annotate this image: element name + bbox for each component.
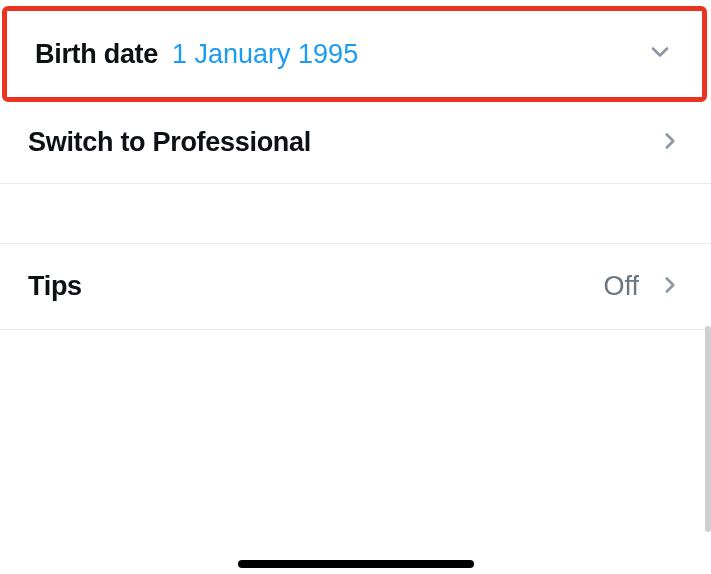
birthdate-highlight-frame: Birth date 1 January 1995 [2, 6, 707, 102]
tips-row[interactable]: Tips Off [0, 244, 711, 330]
chevron-right-icon [657, 128, 683, 158]
chevron-down-icon [646, 38, 674, 70]
birthdate-left: Birth date 1 January 1995 [35, 39, 358, 70]
tips-status: Off [603, 271, 639, 302]
section-spacer [0, 184, 711, 244]
chevron-right-icon [657, 272, 683, 302]
tips-left: Tips [28, 271, 82, 302]
home-indicator [238, 560, 474, 568]
switch-to-professional-row[interactable]: Switch to Professional [0, 102, 711, 184]
professional-left: Switch to Professional [28, 127, 311, 158]
professional-label: Switch to Professional [28, 127, 311, 158]
birthdate-value: 1 January 1995 [172, 39, 358, 70]
birthdate-label: Birth date [35, 39, 158, 70]
birthdate-row[interactable]: Birth date 1 January 1995 [7, 11, 702, 97]
tips-right: Off [603, 271, 683, 302]
scrollbar-thumb[interactable] [705, 326, 711, 532]
tips-label: Tips [28, 271, 82, 302]
